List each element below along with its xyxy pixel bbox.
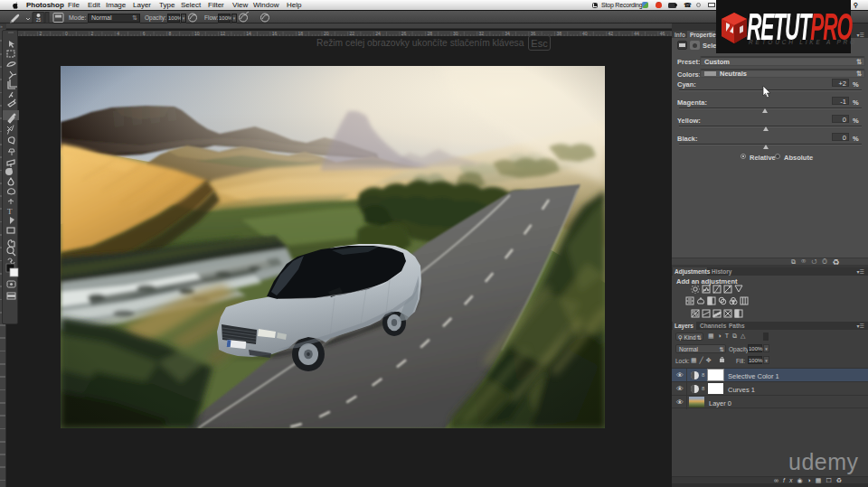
svg-text:8: 8 [168, 31, 171, 36]
svg-text:32: 32 [479, 31, 485, 36]
svg-text:4: 4 [117, 31, 119, 36]
svg-text:24: 24 [375, 31, 381, 36]
svg-text:40: 40 [582, 31, 588, 36]
svg-text:25: 25 [36, 18, 42, 23]
svg-text:44: 44 [634, 31, 639, 36]
svg-text:2: 2 [39, 31, 42, 36]
svg-text:42: 42 [609, 31, 614, 36]
svg-text:34: 34 [505, 31, 510, 36]
svg-text:T: T [7, 207, 13, 216]
svg-text:14: 14 [246, 31, 251, 36]
svg-text:2: 2 [91, 31, 94, 36]
svg-text:28: 28 [427, 31, 432, 36]
svg-text:30: 30 [453, 31, 458, 36]
svg-text:6: 6 [143, 31, 146, 36]
svg-text:26: 26 [401, 31, 407, 36]
svg-text:22: 22 [350, 31, 355, 36]
svg-text:46: 46 [660, 31, 665, 36]
svg-text:16: 16 [272, 31, 278, 36]
svg-text:18: 18 [297, 31, 303, 36]
svg-text:38: 38 [556, 31, 561, 36]
svg-text:12: 12 [221, 31, 226, 36]
svg-text:0: 0 [65, 31, 68, 36]
svg-text:10: 10 [194, 31, 200, 36]
svg-text:20: 20 [324, 31, 329, 36]
